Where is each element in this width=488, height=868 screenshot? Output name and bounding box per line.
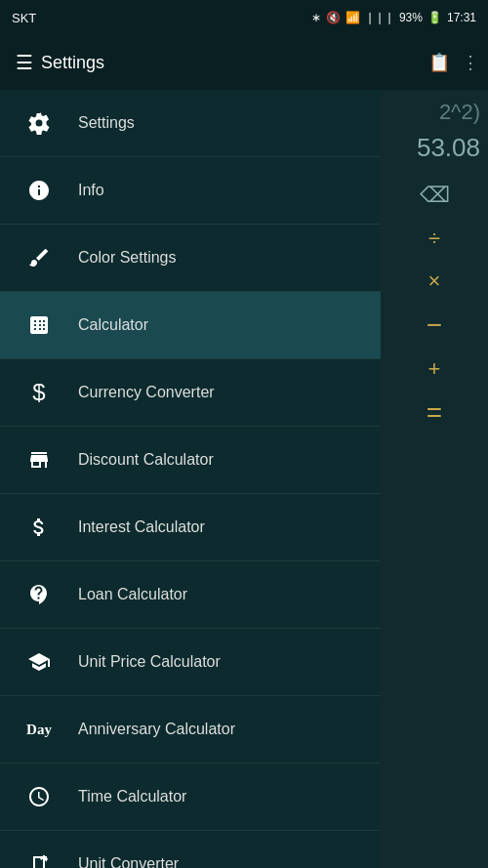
divide-button[interactable]: ÷	[428, 226, 440, 251]
menu-item-info[interactable]: Info	[0, 157, 381, 224]
time-calculator-label: Time Calculator	[78, 788, 186, 806]
info-icon	[20, 171, 59, 210]
unit-converter-label: Unit Converter	[78, 855, 179, 868]
menu-item-color-settings[interactable]: Color Settings	[0, 225, 381, 291]
calculator-icon	[20, 306, 59, 345]
settings-icon	[20, 103, 59, 143]
add-button[interactable]: +	[428, 356, 441, 382]
menu-item-loan-calculator[interactable]: Loan Calculator	[0, 561, 381, 628]
currency-converter-label: Currency Converter	[78, 384, 215, 401]
battery-label: 93%	[399, 11, 423, 24]
menu-item-unit-converter[interactable]: Unit Converter	[0, 831, 381, 868]
bluetooth-icon: ∗	[311, 11, 321, 24]
backspace-button[interactable]: ⌫	[420, 183, 450, 208]
multiply-button[interactable]: ×	[428, 269, 441, 294]
wifi-icon: 📶	[346, 11, 360, 24]
more-icon[interactable]: ⋮	[462, 52, 480, 73]
calculator-label: Calculator	[78, 316, 148, 334]
status-bar: SKT ∗ 🔇 📶 ❘❘❘ 93% 🔋 17:31	[0, 0, 488, 35]
menu-item-unit-price-calculator[interactable]: Unit Price Calculator	[0, 629, 381, 695]
info-label: Info	[78, 182, 104, 199]
color-settings-label: Color Settings	[78, 249, 177, 267]
menu-item-currency-converter[interactable]: $ Currency Converter	[0, 359, 381, 426]
time-icon	[20, 777, 59, 816]
calc-buttons: ⌫ ÷ × − + =	[381, 183, 488, 427]
menu-item-discount-calculator[interactable]: Discount Calculator	[0, 427, 381, 493]
anniversary-icon: Day	[20, 710, 59, 749]
menu-item-calculator[interactable]: Calculator	[0, 292, 381, 358]
calc-result: 53.08	[388, 133, 480, 163]
time-label: 17:31	[447, 11, 476, 24]
battery-icon: 🔋	[427, 11, 442, 24]
currency-icon: $	[20, 373, 59, 412]
loan-calculator-label: Loan Calculator	[78, 586, 187, 603]
app-bar-title: Settings	[41, 53, 104, 73]
calc-panel: 📋 ⋮ 2^2) 53.08 ⌫ ÷ × − + =	[381, 35, 488, 868]
equals-button[interactable]: =	[427, 399, 442, 427]
signal-icon: ❘❘❘	[365, 11, 394, 24]
interest-calculator-label: Interest Calculator	[78, 518, 205, 536]
color-settings-icon	[20, 238, 59, 277]
unit-price-icon	[20, 642, 59, 682]
unit-converter-icon	[20, 845, 59, 868]
menu-items-list: Settings Info Colo	[0, 90, 381, 868]
clipboard-icon[interactable]: 📋	[428, 52, 450, 73]
discount-icon	[20, 440, 59, 479]
calc-top-bar: 📋 ⋮	[381, 35, 488, 90]
carrier-label: SKT	[12, 11, 36, 25]
settings-label: Settings	[78, 114, 135, 132]
unit-price-calculator-label: Unit Price Calculator	[78, 653, 221, 671]
menu-item-settings[interactable]: Settings	[0, 90, 381, 156]
status-icons: ∗ 🔇 📶 ❘❘❘ 93% 🔋 17:31	[311, 11, 476, 24]
volume-icon: 🔇	[326, 11, 341, 24]
menu-item-interest-calculator[interactable]: Interest Calculator	[0, 494, 381, 560]
anniversary-calculator-label: Anniversary Calculator	[78, 721, 235, 738]
calc-expression: 2^2)	[388, 100, 480, 125]
menu-item-anniversary-calculator[interactable]: Day Anniversary Calculator	[0, 696, 381, 763]
app-container: 📋 ⋮ 2^2) 53.08 ⌫ ÷ × − + = ☰ Settings	[0, 35, 488, 868]
calc-display: 2^2) 53.08	[381, 90, 488, 163]
menu-item-time-calculator[interactable]: Time Calculator	[0, 764, 381, 830]
menu-icon[interactable]: ☰	[16, 51, 33, 74]
discount-calculator-label: Discount Calculator	[78, 451, 214, 469]
drawer-app-bar: ☰ Settings	[0, 35, 381, 90]
interest-icon	[20, 508, 59, 547]
navigation-drawer: ☰ Settings Settings	[0, 35, 381, 868]
loan-icon	[20, 575, 59, 614]
subtract-button[interactable]: −	[427, 311, 442, 339]
